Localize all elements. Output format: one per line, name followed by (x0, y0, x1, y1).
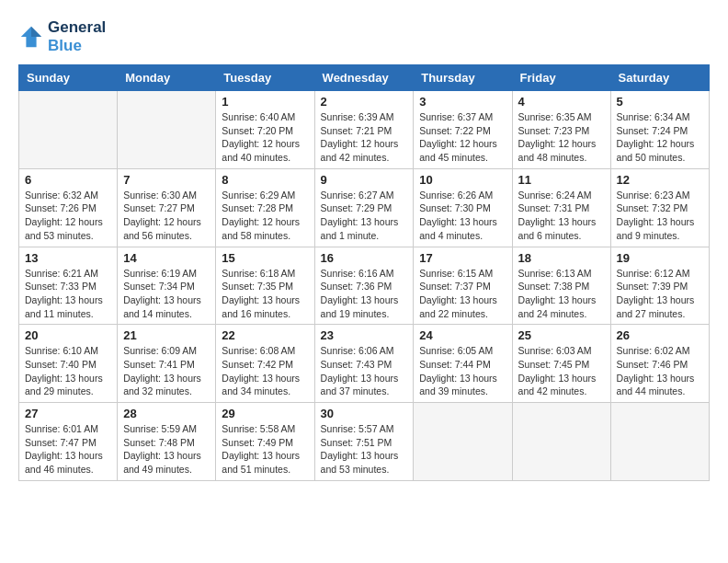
day-number: 21 (123, 328, 210, 342)
calendar-cell: 2Sunrise: 6:39 AM Sunset: 7:21 PM Daylig… (314, 91, 414, 169)
day-number: 9 (321, 173, 408, 187)
day-number: 13 (25, 251, 111, 265)
calendar-cell: 18Sunrise: 6:13 AM Sunset: 7:38 PM Dayli… (512, 247, 610, 325)
day-info: Sunrise: 6:37 AM Sunset: 7:22 PM Dayligh… (419, 110, 506, 165)
calendar-cell: 5Sunrise: 6:34 AM Sunset: 7:24 PM Daylig… (610, 91, 709, 169)
day-number: 18 (518, 251, 605, 265)
day-info: Sunrise: 5:58 AM Sunset: 7:49 PM Dayligh… (222, 422, 308, 477)
day-number: 5 (617, 95, 703, 109)
day-info: Sunrise: 6:32 AM Sunset: 7:26 PM Dayligh… (25, 189, 111, 243)
weekday-header: Wednesday (314, 65, 414, 91)
calendar-cell: 15Sunrise: 6:18 AM Sunset: 7:35 PM Dayli… (216, 247, 314, 325)
calendar-cell (19, 91, 118, 169)
calendar-cell: 12Sunrise: 6:23 AM Sunset: 7:32 PM Dayli… (610, 168, 709, 247)
calendar-cell (414, 403, 512, 481)
logo-icon (18, 24, 44, 50)
day-number: 28 (123, 407, 210, 420)
calendar-cell: 10Sunrise: 6:26 AM Sunset: 7:30 PM Dayli… (414, 168, 512, 247)
day-info: Sunrise: 6:02 AM Sunset: 7:46 PM Dayligh… (617, 344, 703, 398)
day-info: Sunrise: 6:24 AM Sunset: 7:31 PM Dayligh… (518, 189, 605, 243)
weekday-header: Friday (512, 65, 610, 91)
calendar-cell: 20Sunrise: 6:10 AM Sunset: 7:40 PM Dayli… (19, 325, 118, 403)
calendar-cell: 30Sunrise: 5:57 AM Sunset: 7:51 PM Dayli… (314, 403, 414, 481)
svg-marker-1 (31, 27, 41, 37)
calendar-cell: 22Sunrise: 6:08 AM Sunset: 7:42 PM Dayli… (216, 325, 314, 403)
calendar-header-row: SundayMondayTuesdayWednesdayThursdayFrid… (19, 65, 710, 91)
day-number: 22 (222, 328, 308, 342)
day-info: Sunrise: 6:40 AM Sunset: 7:20 PM Dayligh… (222, 110, 308, 165)
day-number: 23 (321, 328, 408, 342)
weekday-header: Thursday (414, 65, 512, 91)
day-info: Sunrise: 6:27 AM Sunset: 7:29 PM Dayligh… (321, 189, 408, 243)
day-number: 15 (222, 251, 308, 265)
day-number: 17 (419, 251, 506, 265)
calendar-cell: 11Sunrise: 6:24 AM Sunset: 7:31 PM Dayli… (512, 168, 610, 247)
day-info: Sunrise: 6:39 AM Sunset: 7:21 PM Dayligh… (321, 110, 408, 165)
day-info: Sunrise: 6:12 AM Sunset: 7:39 PM Dayligh… (617, 267, 703, 321)
day-number: 14 (123, 251, 210, 265)
day-number: 3 (419, 95, 506, 109)
calendar-week-row: 20Sunrise: 6:10 AM Sunset: 7:40 PM Dayli… (19, 325, 710, 403)
day-info: Sunrise: 6:29 AM Sunset: 7:28 PM Dayligh… (222, 189, 308, 243)
weekday-header: Tuesday (216, 65, 314, 91)
day-info: Sunrise: 5:59 AM Sunset: 7:48 PM Dayligh… (123, 422, 210, 477)
calendar-cell: 19Sunrise: 6:12 AM Sunset: 7:39 PM Dayli… (610, 247, 709, 325)
logo-text: General Blue (48, 18, 106, 55)
calendar-table: SundayMondayTuesdayWednesdayThursdayFrid… (18, 64, 710, 481)
day-info: Sunrise: 6:21 AM Sunset: 7:33 PM Dayligh… (25, 267, 111, 321)
calendar-cell: 24Sunrise: 6:05 AM Sunset: 7:44 PM Dayli… (414, 325, 512, 403)
calendar-cell: 25Sunrise: 6:03 AM Sunset: 7:45 PM Dayli… (512, 325, 610, 403)
day-info: Sunrise: 6:16 AM Sunset: 7:36 PM Dayligh… (321, 267, 408, 321)
day-info: Sunrise: 6:03 AM Sunset: 7:45 PM Dayligh… (518, 344, 605, 398)
day-info: Sunrise: 6:10 AM Sunset: 7:40 PM Dayligh… (25, 344, 111, 398)
weekday-header: Sunday (19, 65, 118, 91)
day-info: Sunrise: 6:23 AM Sunset: 7:32 PM Dayligh… (617, 189, 703, 243)
calendar-cell: 9Sunrise: 6:27 AM Sunset: 7:29 PM Daylig… (314, 168, 414, 247)
day-number: 1 (222, 95, 308, 109)
day-number: 6 (25, 173, 111, 187)
day-number: 19 (617, 251, 703, 265)
day-number: 30 (321, 407, 408, 420)
day-number: 4 (518, 95, 605, 109)
day-number: 2 (321, 95, 408, 109)
calendar-cell: 6Sunrise: 6:32 AM Sunset: 7:26 PM Daylig… (19, 168, 118, 247)
day-number: 12 (617, 173, 703, 187)
calendar-cell: 21Sunrise: 6:09 AM Sunset: 7:41 PM Dayli… (118, 325, 216, 403)
day-info: Sunrise: 5:57 AM Sunset: 7:51 PM Dayligh… (321, 422, 408, 477)
day-number: 25 (518, 328, 605, 342)
calendar-cell: 1Sunrise: 6:40 AM Sunset: 7:20 PM Daylig… (216, 91, 314, 169)
day-info: Sunrise: 6:08 AM Sunset: 7:42 PM Dayligh… (222, 344, 308, 398)
calendar-cell: 23Sunrise: 6:06 AM Sunset: 7:43 PM Dayli… (314, 325, 414, 403)
calendar-cell: 13Sunrise: 6:21 AM Sunset: 7:33 PM Dayli… (19, 247, 118, 325)
day-number: 24 (419, 328, 506, 342)
day-number: 11 (518, 173, 605, 187)
day-info: Sunrise: 6:34 AM Sunset: 7:24 PM Dayligh… (617, 110, 703, 165)
day-number: 20 (25, 328, 111, 342)
day-info: Sunrise: 6:19 AM Sunset: 7:34 PM Dayligh… (123, 267, 210, 321)
calendar-cell: 26Sunrise: 6:02 AM Sunset: 7:46 PM Dayli… (610, 325, 709, 403)
calendar-week-row: 6Sunrise: 6:32 AM Sunset: 7:26 PM Daylig… (19, 168, 710, 247)
day-info: Sunrise: 6:09 AM Sunset: 7:41 PM Dayligh… (123, 344, 210, 398)
day-info: Sunrise: 6:35 AM Sunset: 7:23 PM Dayligh… (518, 110, 605, 165)
day-info: Sunrise: 6:05 AM Sunset: 7:44 PM Dayligh… (419, 344, 506, 398)
day-info: Sunrise: 6:01 AM Sunset: 7:47 PM Dayligh… (25, 422, 111, 477)
logo: General Blue (18, 18, 106, 55)
day-info: Sunrise: 6:30 AM Sunset: 7:27 PM Dayligh… (123, 189, 210, 243)
day-info: Sunrise: 6:06 AM Sunset: 7:43 PM Dayligh… (321, 344, 408, 398)
calendar-cell (610, 403, 709, 481)
day-info: Sunrise: 6:13 AM Sunset: 7:38 PM Dayligh… (518, 267, 605, 321)
day-info: Sunrise: 6:26 AM Sunset: 7:30 PM Dayligh… (419, 189, 506, 243)
calendar-cell: 7Sunrise: 6:30 AM Sunset: 7:27 PM Daylig… (118, 168, 216, 247)
day-number: 27 (25, 407, 111, 420)
weekday-header: Monday (118, 65, 216, 91)
calendar-cell: 17Sunrise: 6:15 AM Sunset: 7:37 PM Dayli… (414, 247, 512, 325)
calendar-week-row: 1Sunrise: 6:40 AM Sunset: 7:20 PM Daylig… (19, 91, 710, 169)
calendar-cell: 27Sunrise: 6:01 AM Sunset: 7:47 PM Dayli… (19, 403, 118, 481)
calendar-cell: 16Sunrise: 6:16 AM Sunset: 7:36 PM Dayli… (314, 247, 414, 325)
calendar-cell (118, 91, 216, 169)
day-number: 29 (222, 407, 308, 420)
day-number: 7 (123, 173, 210, 187)
calendar-cell: 29Sunrise: 5:58 AM Sunset: 7:49 PM Dayli… (216, 403, 314, 481)
calendar-cell: 8Sunrise: 6:29 AM Sunset: 7:28 PM Daylig… (216, 168, 314, 247)
calendar-cell (512, 403, 610, 481)
